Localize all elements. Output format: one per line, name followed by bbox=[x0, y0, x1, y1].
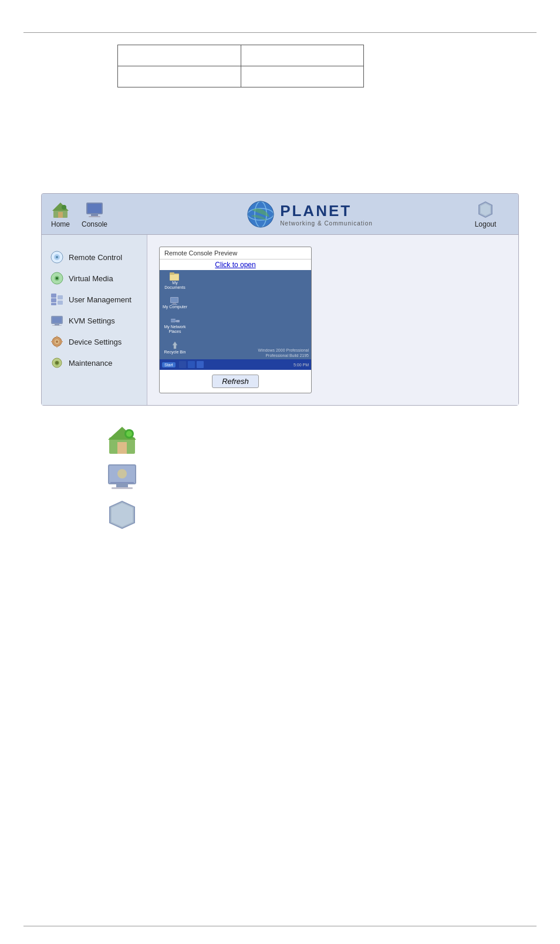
info-table-section bbox=[117, 45, 443, 87]
table-cell-r1c1 bbox=[118, 45, 241, 66]
desktop-icons: My Documents My Computer bbox=[162, 272, 188, 370]
svg-rect-57 bbox=[197, 361, 204, 368]
refresh-button[interactable]: Refresh bbox=[212, 375, 259, 388]
bottom-icon-home[interactable] bbox=[106, 423, 560, 456]
svg-point-34 bbox=[56, 340, 58, 343]
taskbar-icon2 bbox=[188, 361, 195, 368]
svg-rect-43 bbox=[170, 275, 178, 280]
planet-text: PLANET Networking & Communication bbox=[280, 202, 373, 227]
nav-console[interactable]: Console bbox=[82, 200, 107, 228]
desktop-icon-mycomputer: My Computer bbox=[162, 296, 188, 309]
svg-marker-15 bbox=[481, 204, 490, 215]
console-icon bbox=[85, 200, 104, 219]
svg-rect-66 bbox=[116, 484, 128, 487]
svg-rect-36 bbox=[56, 345, 58, 348]
header-logo: PLANET Networking & Communication bbox=[157, 200, 462, 229]
svg-point-3 bbox=[62, 205, 66, 210]
sidebar-item-device-settings[interactable]: Device Settings bbox=[48, 331, 141, 352]
svg-rect-26 bbox=[58, 301, 63, 305]
sidebar-item-label: Remote Control bbox=[69, 253, 122, 262]
logout-label: Logout bbox=[475, 220, 497, 228]
main-content: Remote Console Preview Click to open bbox=[147, 235, 518, 405]
table-cell-r2c1 bbox=[118, 66, 241, 87]
svg-rect-37 bbox=[51, 341, 53, 342]
virtual-media-icon bbox=[50, 271, 64, 285]
planet-name: PLANET bbox=[280, 202, 373, 220]
svg-point-21 bbox=[56, 277, 58, 279]
svg-rect-2 bbox=[58, 212, 63, 218]
svg-rect-24 bbox=[51, 303, 56, 305]
sidebar-item-label: Device Settings bbox=[69, 338, 122, 346]
sidebar-item-maintenance[interactable]: Maintenance bbox=[48, 352, 141, 373]
refresh-btn-row: Refresh bbox=[160, 370, 311, 393]
bottom-icon-console[interactable] bbox=[106, 461, 560, 494]
windows-watermark: Windows 2000 Professional Professional B… bbox=[258, 348, 309, 358]
svg-rect-30 bbox=[55, 324, 59, 325]
logout-icon bbox=[476, 200, 495, 219]
taskbar: Start 5:00 PM bbox=[160, 359, 311, 370]
svg-rect-46 bbox=[173, 303, 176, 304]
table-cell-r2c2 bbox=[241, 66, 364, 87]
click-to-open-link[interactable]: Click to open bbox=[160, 259, 311, 270]
svg-rect-35 bbox=[56, 336, 58, 338]
planet-tagline: Networking & Communication bbox=[280, 220, 373, 227]
sidebar-item-label: Virtual Media bbox=[69, 274, 113, 283]
icon-label-mycomputer: My Computer bbox=[163, 305, 187, 309]
bottom-divider bbox=[23, 926, 537, 926]
svg-rect-45 bbox=[171, 298, 178, 302]
desktop-icon-mynetwork: My Network Places bbox=[162, 316, 188, 333]
table-cell-r1c2 bbox=[241, 45, 364, 66]
bottom-icons-section bbox=[106, 423, 560, 531]
nav-home[interactable]: Home bbox=[51, 200, 70, 228]
sidebar-item-label: KVM Settings bbox=[69, 316, 115, 325]
icon-label-mydocs: My Documents bbox=[162, 281, 188, 289]
sidebar-item-remote-control[interactable]: Remote Control bbox=[48, 247, 141, 268]
svg-rect-7 bbox=[91, 214, 98, 216]
device-settings-icon bbox=[50, 335, 64, 349]
header-nav: Home Console bbox=[51, 200, 157, 228]
svg-rect-38 bbox=[60, 341, 63, 342]
main-panel: Home Console bbox=[41, 193, 519, 406]
body-area: Remote Control Virtual Media bbox=[42, 235, 518, 405]
sidebar-item-user-management[interactable]: User Management bbox=[48, 289, 141, 310]
sidebar-item-label: User Management bbox=[69, 295, 131, 304]
svg-rect-67 bbox=[112, 487, 133, 489]
home-label: Home bbox=[51, 220, 70, 228]
svg-rect-42 bbox=[170, 272, 174, 275]
icon-label-recycle: Recycle Bin bbox=[164, 350, 186, 355]
svg-rect-31 bbox=[52, 325, 62, 326]
svg-rect-25 bbox=[58, 295, 63, 299]
svg-rect-55 bbox=[179, 361, 186, 368]
console-large-icon bbox=[106, 461, 139, 494]
console-label: Console bbox=[82, 220, 107, 228]
svg-point-18 bbox=[56, 256, 58, 258]
svg-rect-8 bbox=[89, 216, 100, 217]
home-icon bbox=[51, 200, 70, 219]
svg-rect-60 bbox=[117, 442, 127, 454]
svg-rect-56 bbox=[188, 361, 195, 368]
svg-rect-6 bbox=[87, 204, 102, 213]
desktop-icon-mydocs: My Documents bbox=[162, 272, 188, 289]
svg-marker-72 bbox=[112, 503, 133, 527]
taskbar-icon1 bbox=[179, 361, 186, 368]
taskbar-clock: 5:00 PM bbox=[294, 363, 309, 367]
planet-logo: PLANET Networking & Communication bbox=[246, 200, 373, 229]
icon-label-mynetwork: My Network Places bbox=[162, 325, 188, 333]
svg-point-62 bbox=[126, 431, 132, 437]
sidebar-item-kvm-settings[interactable]: KVM Settings bbox=[48, 310, 141, 331]
watermark-line1: Windows 2000 Professional bbox=[258, 348, 309, 353]
remote-console-screen[interactable]: My Documents My Computer bbox=[160, 270, 311, 370]
bottom-icon-logout[interactable] bbox=[106, 498, 560, 531]
desktop-icon-recycle: Recycle Bin bbox=[162, 340, 188, 355]
remote-control-icon bbox=[50, 250, 64, 264]
sidebar-item-virtual-media[interactable]: Virtual Media bbox=[48, 268, 141, 289]
taskbar-icon3 bbox=[197, 361, 204, 368]
start-button[interactable]: Start bbox=[162, 362, 176, 368]
planet-globe-icon bbox=[246, 200, 275, 229]
header-bar: Home Console bbox=[42, 194, 518, 235]
nav-logout[interactable]: Logout bbox=[462, 200, 509, 228]
top-divider bbox=[23, 32, 537, 33]
svg-rect-22 bbox=[51, 294, 56, 298]
watermark-line2: Professional Build 2195 bbox=[258, 353, 309, 358]
svg-rect-50 bbox=[176, 320, 180, 322]
